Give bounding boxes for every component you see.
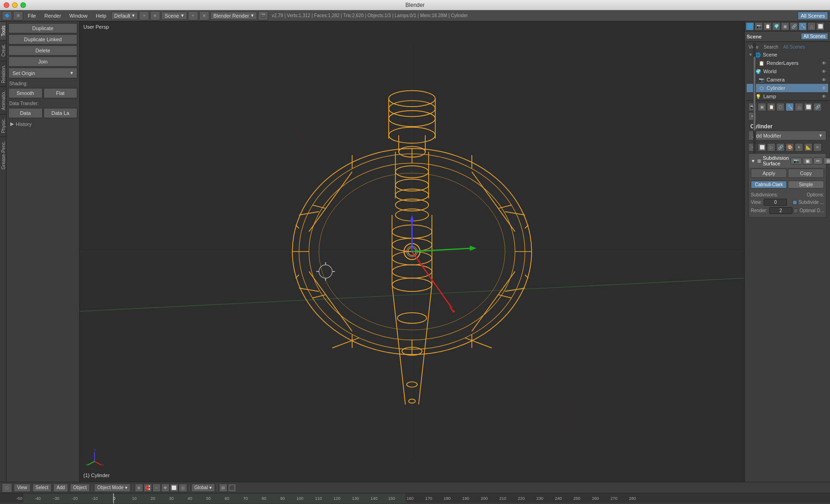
subdivide-check[interactable] [792, 200, 797, 205]
select-btn[interactable]: Select [32, 484, 52, 492]
scene-remove-btn[interactable]: ✕ [199, 11, 209, 20]
sub-icon-5[interactable]: 🎨 [786, 143, 794, 151]
mode-icon[interactable]: ⊞ [13, 11, 23, 20]
data-la-button[interactable]: Data La [44, 108, 78, 118]
mod-icon-4[interactable]: ⬡ [776, 103, 785, 111]
subdivide-checkbox[interactable]: Subdivide ... [792, 200, 824, 205]
all-scenes-btn[interactable]: All Scenes [798, 12, 828, 20]
mod-icon-2[interactable]: ▣ [758, 103, 766, 111]
modifier-render-icon[interactable]: ▣ [803, 158, 812, 164]
set-origin-button[interactable]: Set Origin ▾ [8, 68, 77, 78]
sub-icon-3[interactable]: ▷ [767, 143, 775, 151]
tree-world[interactable]: 🌍 World 👁 [747, 67, 828, 76]
modifier-edit-icon[interactable]: ✏ [813, 158, 823, 164]
mod-icon-5[interactable]: 🔧 [786, 103, 794, 111]
add-layout-btn[interactable]: + [139, 11, 149, 20]
sub-icon-7[interactable]: 📐 [804, 143, 812, 151]
snap-icon[interactable]: 🧲 [144, 484, 152, 492]
pivot-icon[interactable]: ⊕ [135, 484, 143, 492]
tree-cylinder[interactable]: ▶ ⬡ Cylinder 👁 [747, 84, 828, 92]
duplicate-linked-button[interactable]: Duplicate Linked [8, 34, 77, 44]
object-btn[interactable]: Object [70, 484, 90, 492]
view-btn[interactable]: View [14, 484, 31, 492]
proportional-icon[interactable]: ◎ [179, 484, 187, 492]
smooth-button[interactable]: Smooth [8, 88, 43, 98]
rp-tab-layers-icon[interactable]: 📋 [763, 22, 772, 31]
window-menu[interactable]: Window [66, 12, 91, 19]
data-button[interactable]: Data [8, 108, 43, 118]
blender-icon[interactable]: 🔷 [2, 11, 12, 20]
rp-tab-modifier-icon[interactable]: 🔧 [799, 22, 807, 31]
scene-view-btn[interactable]: All Scenes [801, 33, 828, 40]
tree-renderlayers[interactable]: ▶ 📋 RenderLayers 👁 [747, 59, 828, 67]
tab-relations[interactable]: Relation. [0, 61, 6, 87]
mod-icon-8[interactable]: 🔗 [813, 103, 822, 111]
rp-tab-object-icon[interactable]: ▣ [781, 22, 789, 31]
modifier-camera-icon[interactable]: 📷 [791, 158, 802, 164]
tab-tools[interactable]: Tools [0, 21, 6, 40]
optimal-checkbox[interactable]: Optimal D... [793, 208, 824, 213]
select-box-icon[interactable]: ⬜ [170, 484, 178, 492]
global-dropdown[interactable]: Global ▾ [191, 484, 215, 492]
tree-lamp[interactable]: 💡 Lamp 👁 [747, 92, 828, 101]
join-button[interactable]: Join [8, 57, 77, 67]
view-value-input[interactable] [764, 199, 787, 206]
sub-icon-6[interactable]: ✦ [795, 143, 803, 151]
rp-tab-scene-icon[interactable]: 🌐 [746, 22, 754, 31]
sub-icon-2[interactable]: ⬜ [758, 143, 766, 151]
search-text[interactable]: Search [764, 44, 779, 50]
transform-icon[interactable]: ✥ [161, 484, 170, 492]
catmull-clark-tab[interactable]: Catmull-Clark [751, 181, 787, 189]
delete-button[interactable]: Delete [8, 45, 77, 56]
add-btn[interactable]: Add [53, 484, 68, 492]
tab-grease-pencil[interactable]: Grease-Penc. [0, 137, 6, 173]
tree-camera[interactable]: ▶ 📷 Camera 👁 [747, 76, 828, 84]
grid-icon[interactable]: ⊞ [219, 484, 227, 492]
overlay-icon[interactable]: ⬛ [228, 484, 236, 492]
close-button[interactable] [4, 2, 9, 8]
render-icon[interactable]: 🎬 [258, 11, 268, 20]
scene-dropdown[interactable]: Scene ▾ [161, 12, 187, 20]
renderer-dropdown[interactable]: Blender Render ▾ [210, 12, 257, 20]
remove-layout-btn[interactable]: ✕ [150, 11, 160, 20]
viewport-canvas[interactable] [80, 21, 744, 482]
tab-physics[interactable]: Physic. [0, 114, 6, 137]
help-menu[interactable]: Help [92, 12, 110, 19]
tree-scene[interactable]: ▼ 🌐 Scene [747, 50, 828, 59]
tab-create[interactable]: Creat. [0, 40, 6, 60]
add-modifier-button[interactable]: Add Modifier ▾ [748, 131, 826, 140]
rp-tab-render-icon[interactable]: 📷 [755, 22, 763, 31]
all-scenes-text[interactable]: All Scenes [783, 44, 805, 50]
rp-tab-world-icon[interactable]: 🌍 [772, 22, 780, 31]
minimize-button[interactable] [12, 2, 18, 8]
optimal-check[interactable] [793, 208, 798, 213]
layout-dropdown[interactable]: Default ▾ [111, 12, 138, 20]
apply-button[interactable]: Apply [751, 169, 787, 178]
file-menu[interactable]: File [24, 12, 40, 19]
manipulator-icon[interactable]: ↔ [152, 484, 161, 492]
sub-icon-4[interactable]: 🔗 [776, 143, 785, 151]
history-toggle[interactable]: ▶ History [8, 119, 77, 129]
render-menu[interactable]: Render [41, 12, 65, 19]
viewport-3d[interactable]: User Persp [80, 21, 744, 482]
maximize-button[interactable] [20, 2, 26, 8]
mod-icon-3[interactable]: 📋 [767, 103, 775, 111]
mod-icon-7[interactable]: ⬜ [804, 103, 812, 111]
sub-icon-8[interactable]: ✕ [813, 143, 822, 151]
rp-tab-data-icon[interactable]: △ [807, 22, 816, 31]
scene-add-btn[interactable]: + [188, 11, 198, 20]
tab-animation[interactable]: Animatio. [0, 87, 6, 114]
window-controls[interactable] [4, 2, 26, 8]
mode-dropdown[interactable]: Object Mode ▾ [94, 484, 131, 492]
copy-button[interactable]: Copy [788, 169, 824, 178]
modifier-adjust-icon[interactable]: ⊞ [824, 158, 830, 164]
duplicate-button[interactable]: Duplicate [8, 23, 77, 33]
rp-tab-material-icon[interactable]: ⬜ [816, 22, 824, 31]
flat-button[interactable]: Flat [44, 88, 78, 98]
viewport-icon[interactable]: □ [2, 483, 12, 492]
subdivision-toggle[interactable]: ▼ [751, 158, 755, 164]
simple-tab[interactable]: Simple [788, 181, 824, 189]
render-value-input[interactable] [769, 207, 792, 214]
rp-tab-constraints-icon[interactable]: 🔗 [790, 22, 798, 31]
mod-icon-6[interactable]: △ [795, 103, 803, 111]
